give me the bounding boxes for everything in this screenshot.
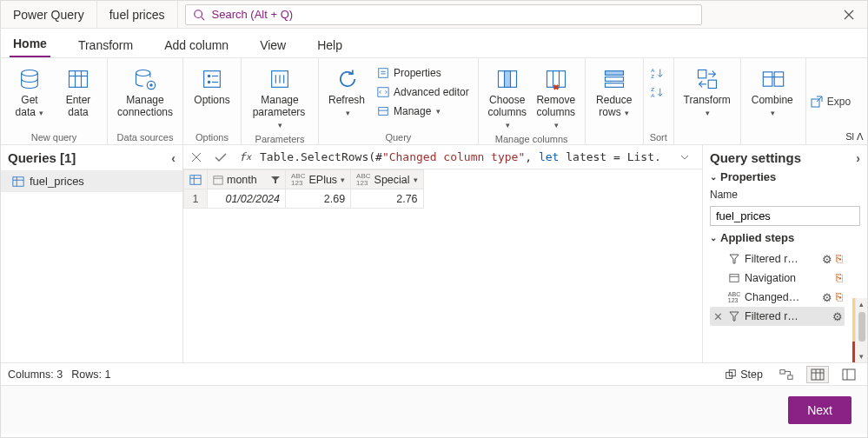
search-box[interactable]: Search (Alt + Q): [185, 4, 702, 25]
column-dropdown-icon[interactable]: ▾: [341, 176, 345, 184]
cell[interactable]: 2.76: [351, 189, 423, 209]
properties-icon: [376, 66, 390, 80]
svg-point-13: [208, 75, 211, 78]
collapse-settings-button[interactable]: ›: [856, 151, 860, 165]
properties-section-header[interactable]: ⌄Properties: [710, 170, 860, 183]
combine-button[interactable]: Combine ▾: [746, 63, 800, 121]
choose-columns-button[interactable]: Choose columns ▾: [484, 63, 531, 132]
advanced-editor-button[interactable]: Advanced editor: [373, 83, 473, 102]
query-item-fuel-prices[interactable]: fuel_prices: [1, 170, 182, 192]
column-header-month[interactable]: month: [208, 170, 286, 189]
properties-button[interactable]: Properties: [373, 63, 473, 83]
svg-point-4: [22, 70, 38, 76]
column-header-eplus[interactable]: ABC123 EPlus ▾: [286, 170, 351, 189]
step-item[interactable]: ✕ Filtered r… ⚙ ⎘: [710, 249, 845, 269]
delete-step-button[interactable]: ✕: [712, 310, 724, 323]
svg-rect-57: [190, 175, 201, 184]
table-view-button[interactable]: [806, 366, 829, 383]
svg-point-9: [136, 70, 150, 76]
gear-icon[interactable]: ⚙: [832, 310, 843, 323]
column-header-special[interactable]: ABC123 Special ▾: [351, 170, 423, 189]
close-button[interactable]: [831, 1, 867, 28]
formula-accept-button[interactable]: [211, 148, 230, 167]
options-button[interactable]: Options: [189, 63, 235, 109]
chevron-down-icon: ▾: [623, 109, 630, 117]
ribbon-group-options: Options Options: [183, 58, 242, 144]
tab-transform[interactable]: Transform: [75, 33, 136, 57]
filter-icon[interactable]: [271, 176, 280, 184]
data-grid[interactable]: month ABC123 EPlus ▾: [183, 169, 702, 362]
ribbon-group-label: Manage columns: [484, 132, 580, 144]
transform-button[interactable]: Transform ▾: [679, 63, 735, 121]
manage-parameters-button[interactable]: Manage parameters ▾: [247, 63, 313, 132]
svg-rect-12: [204, 71, 221, 88]
steps-scrollbar[interactable]: ▴ ▾: [855, 298, 867, 362]
svg-rect-73: [812, 369, 824, 380]
svg-rect-48: [774, 72, 784, 86]
scroll-up-icon[interactable]: ▴: [859, 298, 864, 310]
get-data-button[interactable]: Get data ▾: [6, 63, 53, 121]
collapse-ribbon-hint[interactable]: Sl ᐱ: [845, 131, 864, 143]
svg-point-15: [208, 81, 211, 84]
queries-pane: Queries [1] ‹ fuel_prices: [1, 145, 183, 362]
grid-corner[interactable]: [184, 170, 208, 189]
warning-icon[interactable]: ⎘: [836, 291, 843, 303]
tab-home[interactable]: Home: [10, 31, 50, 57]
chevron-down-icon: ▾: [706, 109, 710, 117]
filter-icon: [727, 252, 741, 266]
tab-help[interactable]: Help: [314, 33, 346, 57]
svg-rect-36: [605, 83, 623, 88]
chevron-down-icon: ▾: [346, 109, 350, 117]
svg-line-1: [201, 17, 204, 20]
collapse-queries-button[interactable]: ‹: [171, 151, 176, 165]
sort-desc-button[interactable]: ZA: [649, 83, 668, 102]
fx-icon[interactable]: fx: [235, 148, 255, 167]
work-area: Queries [1] ‹ fuel_prices fx Table.Selec…: [1, 145, 867, 362]
svg-rect-5: [70, 71, 88, 88]
enter-data-icon: [64, 65, 92, 93]
warning-icon[interactable]: ⎘: [836, 253, 843, 265]
scroll-down-icon[interactable]: ▾: [859, 350, 864, 362]
sort-asc-button[interactable]: AZ: [649, 63, 668, 83]
applied-steps-header[interactable]: ⌄Applied steps: [710, 231, 860, 244]
enter-data-button[interactable]: Enter data: [55, 63, 102, 121]
next-button[interactable]: Next: [788, 396, 851, 424]
ribbon-group-parameters: Manage parameters ▾ Parameters: [242, 58, 319, 144]
manage-button[interactable]: Manage▾: [373, 102, 473, 121]
scroll-thumb[interactable]: [858, 312, 865, 342]
svg-rect-25: [379, 108, 388, 116]
remove-columns-button[interactable]: Remove columns ▾: [533, 63, 580, 132]
step-nav-button[interactable]: Step: [721, 368, 766, 381]
formula-cancel-button[interactable]: [187, 148, 206, 167]
ribbon: Get data ▾ Enter data New query Manage c…: [1, 58, 867, 145]
step-item[interactable]: ✕ ABC123 Changed… ⚙ ⎘: [710, 288, 845, 307]
column-dropdown-icon[interactable]: ▾: [414, 176, 418, 184]
diagram-view-button[interactable]: [775, 366, 798, 383]
step-item[interactable]: ✕ Navigation ⎘: [710, 269, 845, 288]
gear-icon[interactable]: ⚙: [822, 291, 832, 304]
table-row[interactable]: 1 01/02/2024 2.69 2.76: [184, 189, 424, 209]
tab-add-column[interactable]: Add column: [161, 33, 232, 57]
svg-marker-63: [730, 255, 739, 263]
ribbon-group-label: [591, 141, 638, 143]
combine-icon: [759, 65, 787, 93]
search-icon: [193, 9, 205, 21]
ribbon-group-label: Options: [189, 130, 235, 143]
cell[interactable]: 2.69: [286, 189, 351, 209]
schema-view-button[interactable]: [838, 366, 860, 383]
warning-icon[interactable]: ⎘: [836, 272, 843, 284]
formula-expand-button[interactable]: [679, 153, 699, 162]
svg-text:A: A: [651, 67, 655, 73]
cell[interactable]: 01/02/2024: [208, 189, 286, 209]
refresh-button[interactable]: Refresh ▾: [324, 63, 371, 121]
ribbon-group-reduce-rows: Reduce rows ▾: [586, 58, 644, 144]
reduce-rows-button[interactable]: Reduce rows ▾: [591, 63, 638, 121]
formula-text[interactable]: Table.SelectRows(#"Changed column type",…: [260, 150, 674, 163]
ribbon-group-label: Query: [324, 130, 473, 143]
tab-view[interactable]: View: [256, 33, 289, 57]
gear-icon[interactable]: ⚙: [822, 253, 832, 266]
applied-steps-list: ✕ Filtered r… ⚙ ⎘ ✕ Navigation ⎘ ✕ ABC12…: [710, 249, 860, 326]
manage-connections-button[interactable]: Manage connections: [113, 63, 177, 121]
step-item[interactable]: ✕ Filtered r… ⚙: [710, 307, 845, 326]
query-name-input[interactable]: [710, 206, 860, 226]
